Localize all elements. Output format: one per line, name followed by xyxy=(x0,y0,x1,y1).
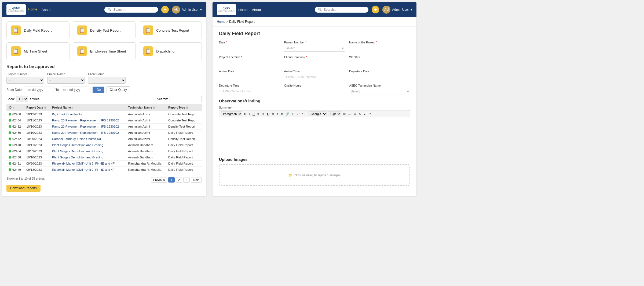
table-row[interactable]: 62449 09/13/2023 Riverwalk Manor (CMT) U… xyxy=(6,167,202,173)
col-technician[interactable]: Technician Name ⇅ xyxy=(126,104,166,111)
page-2-button[interactable]: 2 xyxy=(176,177,182,183)
project-name-select[interactable]: - xyxy=(47,77,85,84)
undo-button[interactable]: ↩ xyxy=(296,112,300,116)
departure-date-input[interactable] xyxy=(349,74,410,80)
to-date-input[interactable] xyxy=(61,87,90,93)
col-type[interactable]: Report Type ⇅ xyxy=(166,104,202,111)
right-nav-home[interactable]: Home xyxy=(238,8,248,12)
search-label: Search: xyxy=(157,97,168,101)
date-input[interactable] xyxy=(219,45,280,51)
left-user-area[interactable]: AU Admin User ▾ xyxy=(172,6,202,14)
project-location-input[interactable] xyxy=(219,60,280,66)
left-avatar: AU xyxy=(172,6,180,14)
redo-button[interactable]: ↪ xyxy=(301,112,305,116)
size-select[interactable]: 12pt xyxy=(328,112,341,116)
bold-button[interactable]: B xyxy=(243,112,247,116)
client-name-select[interactable] xyxy=(88,77,126,84)
page-1-button[interactable]: 1 xyxy=(168,177,175,183)
help-button[interactable]: ? xyxy=(368,112,371,116)
summary-label: Summary xyxy=(219,106,410,109)
cell-id: 62458 xyxy=(6,154,24,161)
image-button[interactable]: ⊞ xyxy=(291,112,295,116)
col-id[interactable]: ID ⇅ xyxy=(6,104,24,111)
weather-input[interactable] xyxy=(349,60,410,66)
breadcrumb-home[interactable]: Home xyxy=(217,20,225,24)
form-row-4: Departure Time Onsite Hours ASEC Technic… xyxy=(219,84,410,95)
align-justify-button[interactable]: ≡ xyxy=(280,112,283,116)
right-user-area[interactable]: AU Admin User ▾ xyxy=(382,6,412,14)
right-plus-button[interactable]: + xyxy=(372,6,379,13)
entries-select[interactable]: 10 25 50 xyxy=(16,96,28,102)
align-left-button[interactable]: ◧ xyxy=(266,112,270,116)
summary-editor[interactable] xyxy=(219,118,410,153)
cell-date: 09/13/2023 xyxy=(24,167,50,173)
italic-button[interactable]: I xyxy=(248,112,251,116)
bg-color-button[interactable]: 🖌 xyxy=(363,112,367,116)
card-density-test[interactable]: 📋 Density Test Report xyxy=(73,21,136,39)
list-ul-button[interactable]: ≡ xyxy=(257,112,260,116)
table-row[interactable]: 62470 10/11/2023 Plant Gorgas Demolition… xyxy=(6,142,202,148)
project-number-select[interactable]: - xyxy=(6,77,44,84)
table-row[interactable]: 62451 09/20/2023 Riverwalk Manor (CMT) U… xyxy=(6,161,202,167)
table-row[interactable]: 62458 10/10/2023 Plant Gorgas Demolition… xyxy=(6,154,202,161)
link-button[interactable]: 🔗 xyxy=(285,112,290,116)
from-date-label: From Date xyxy=(6,88,22,92)
table-row[interactable]: 62482 10/10/2023 Ramp 20 Pavement Replac… xyxy=(6,124,202,130)
card-concrete-test[interactable]: 📋 Concrete Test Report xyxy=(139,21,202,39)
clear-query-button[interactable]: Clear Query xyxy=(107,86,130,93)
project-name-filter: Project Name - xyxy=(47,72,85,84)
right-nav-about[interactable]: About xyxy=(252,8,261,12)
prev-button[interactable]: Previous xyxy=(151,177,167,183)
next-button[interactable]: Next xyxy=(191,177,202,183)
arrival-time-input[interactable] xyxy=(284,74,345,80)
align-right-button[interactable]: ≡ xyxy=(276,112,279,116)
upload-area[interactable]: 📁 Click or drag to upload images xyxy=(219,164,410,186)
align-center-button[interactable]: ≡ xyxy=(271,112,275,116)
font-color-button[interactable]: A xyxy=(358,112,361,116)
font-select[interactable]: Georgia xyxy=(309,112,327,116)
left-search-input[interactable] xyxy=(113,8,155,12)
col-date[interactable]: Report Date ⇅ xyxy=(24,104,50,111)
left-nav-about[interactable]: About xyxy=(42,8,51,12)
card-dispatching[interactable]: 📋 Dispatching xyxy=(139,42,202,60)
col-project[interactable]: Project Name ⇅ xyxy=(50,104,126,111)
table-row[interactable]: 62486 10/12/2023 Big Creek Boardwalks Am… xyxy=(6,111,202,117)
list-ol-button[interactable]: ⊕ xyxy=(261,112,265,116)
cell-technician: Ramchandra R. Mogulla xyxy=(126,167,166,173)
go-button[interactable]: Go xyxy=(93,87,104,93)
cell-date: 09/20/2023 xyxy=(24,161,50,167)
arrival-date-input[interactable] xyxy=(219,74,280,80)
left-plus-button[interactable]: + xyxy=(161,6,169,13)
paragraph-select[interactable]: Paragraph xyxy=(221,112,242,116)
right-logo-title: ASEC xyxy=(222,6,230,9)
onsite-hours-input[interactable] xyxy=(284,88,345,94)
client-company-input[interactable] xyxy=(284,60,345,66)
client-name-filter: Client Name xyxy=(88,72,126,84)
table-button[interactable]: ⊞ xyxy=(342,112,346,116)
right-search-input[interactable] xyxy=(324,8,365,12)
table-row[interactable]: 62464 10/09/2023 Plant Gorgas Demolition… xyxy=(6,148,202,154)
page-3-button[interactable]: 3 xyxy=(183,177,190,183)
project-name-input[interactable] xyxy=(349,45,410,51)
breadcrumb-current: Daily Field Report xyxy=(229,20,255,24)
from-date-input[interactable] xyxy=(24,87,53,93)
logo-sub: Value Engineering tobuild a safer tomorr… xyxy=(8,9,24,13)
status-dot xyxy=(9,119,11,122)
card-employees-timesheet[interactable]: 📋 Employees Time Sheet xyxy=(73,42,136,60)
project-number-form-select[interactable]: Select xyxy=(284,45,345,52)
date-label: Date xyxy=(219,41,280,44)
table-search-input[interactable] xyxy=(170,96,202,102)
table-row[interactable]: 62480 10/10/2023 Ramp 20 Pavement Replac… xyxy=(6,130,202,136)
table-row[interactable]: 62472 10/09/2023 Carodel Farms @ Union C… xyxy=(6,136,202,142)
underline-button[interactable]: U xyxy=(252,112,255,116)
download-reports-button[interactable]: Download Reports xyxy=(6,185,41,192)
card-my-timesheet[interactable]: 📋 My Time Sheet xyxy=(6,42,69,60)
card-daily-field-report[interactable]: 📋 Daily Field Report xyxy=(6,21,69,39)
hr-button[interactable]: — xyxy=(347,112,352,116)
left-nav-home[interactable]: Home xyxy=(28,7,37,12)
asec-tech-select[interactable]: Select xyxy=(349,88,410,95)
special-char-button[interactable]: Ω xyxy=(353,112,357,116)
departure-time-input[interactable] xyxy=(219,88,280,94)
cell-technician: Aminullah Azimi xyxy=(126,136,166,142)
table-row[interactable]: 62484 10/11/2023 Ramp 20 Pavement Replac… xyxy=(6,117,202,124)
